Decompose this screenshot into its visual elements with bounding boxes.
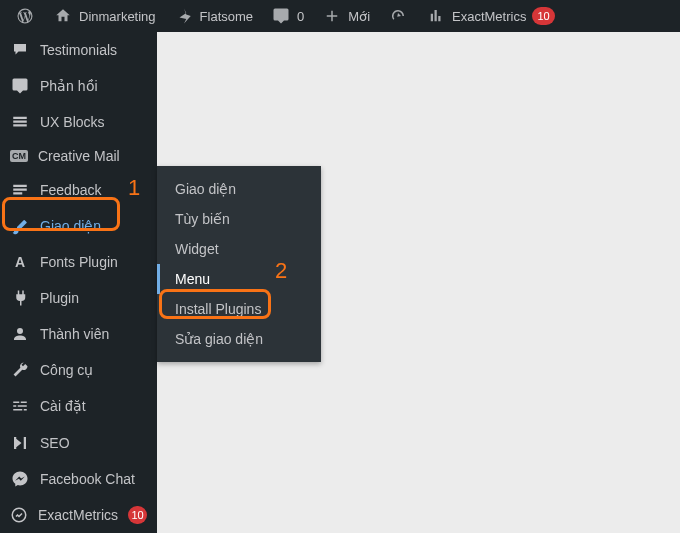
analytics-link[interactable]: ExactMetrics 10 [417, 0, 564, 32]
sidebar-item-label: Testimonials [40, 42, 117, 58]
theme-link[interactable]: Flatsome [165, 0, 262, 32]
sidebar-item-appearance[interactable]: Giao diện [0, 208, 157, 244]
comments-count: 0 [297, 9, 304, 24]
brush-icon [10, 216, 30, 236]
sidebar-item-label: Thành viên [40, 326, 109, 342]
flatsome-icon [174, 6, 194, 26]
plug-icon [10, 288, 30, 308]
sidebar-item-settings[interactable]: Cài đặt [0, 388, 157, 424]
sidebar-item-label: Giao diện [40, 218, 101, 234]
comment-icon [271, 6, 291, 26]
analytics-badge: 10 [532, 7, 554, 25]
admin-sidebar: Testimonials Phản hồi UX Blocks CM Creat… [0, 32, 157, 533]
sidebar-item-label: Facebook Chat [40, 471, 135, 487]
appearance-submenu: Giao diện Tùy biến Widget Menu Install P… [157, 166, 321, 362]
user-icon [10, 324, 30, 344]
sidebar-item-label: Công cụ [40, 362, 93, 378]
sidebar-item-ux-blocks[interactable]: UX Blocks [0, 104, 157, 140]
sidebar-item-label: Creative Mail [38, 148, 120, 164]
bar-chart-icon [426, 6, 446, 26]
seo-icon [10, 433, 30, 453]
sidebar-item-plugin[interactable]: Plugin [0, 280, 157, 316]
submenu-customize[interactable]: Tùy biến [157, 204, 321, 234]
sidebar-item-label: Phản hồi [40, 78, 98, 94]
gauge-icon [388, 6, 408, 26]
analytics-label: ExactMetrics [452, 9, 526, 24]
wordpress-icon [15, 6, 35, 26]
sidebar-item-label: Cài đặt [40, 398, 86, 414]
wrench-icon [10, 360, 30, 380]
submenu-themes[interactable]: Giao diện [157, 174, 321, 204]
sidebar-item-fonts-plugin[interactable]: A Fonts Plugin [0, 244, 157, 280]
site-name-link[interactable]: Dinmarketing [44, 0, 165, 32]
sidebar-item-label: Feedback [40, 182, 101, 198]
letter-a-icon: A [10, 252, 30, 272]
sidebar-item-creative-mail[interactable]: CM Creative Mail [0, 140, 157, 172]
blocks-icon [10, 112, 30, 132]
sliders-icon [10, 396, 30, 416]
wp-logo[interactable] [6, 0, 44, 32]
comments-link[interactable]: 0 [262, 0, 313, 32]
sidebar-item-label: UX Blocks [40, 114, 105, 130]
em-badge: 10 [128, 506, 147, 524]
new-label: Mới [348, 9, 370, 24]
sidebar-item-testimonials[interactable]: Testimonials [0, 32, 157, 68]
sidebar-item-users[interactable]: Thành viên [0, 316, 157, 352]
sidebar-item-exactmetrics[interactable]: ExactMetrics 10 [0, 497, 157, 533]
sidebar-item-feedback[interactable]: Feedback [0, 172, 157, 208]
sidebar-item-label: SEO [40, 435, 70, 451]
submenu-menu[interactable]: Menu [157, 264, 321, 294]
cm-badge-icon: CM [10, 150, 28, 162]
sidebar-item-label: Plugin [40, 290, 79, 306]
plus-icon [322, 6, 342, 26]
sidebar-item-feedback-vi[interactable]: Phản hồi [0, 68, 157, 104]
new-link[interactable]: Mới [313, 0, 379, 32]
stats-icon-button[interactable] [379, 0, 417, 32]
svg-point-0 [12, 508, 26, 522]
sidebar-item-tools[interactable]: Công cụ [0, 352, 157, 388]
home-icon [53, 6, 73, 26]
sidebar-item-seo[interactable]: SEO [0, 425, 157, 461]
messenger-icon [10, 469, 30, 489]
submenu-install-plugins[interactable]: Install Plugins [157, 294, 321, 324]
site-name: Dinmarketing [79, 9, 156, 24]
sidebar-item-label: Fonts Plugin [40, 254, 118, 270]
form-icon [10, 180, 30, 200]
sidebar-item-facebook-chat[interactable]: Facebook Chat [0, 461, 157, 497]
analytics-round-icon [10, 505, 28, 525]
admin-topbar: Dinmarketing Flatsome 0 Mới ExactMetrics… [0, 0, 680, 32]
sidebar-item-label: ExactMetrics [38, 507, 118, 523]
submenu-editor[interactable]: Sửa giao diện [157, 324, 321, 354]
testimonials-icon [10, 40, 30, 60]
theme-label: Flatsome [200, 9, 253, 24]
speech-bubble-icon [10, 76, 30, 96]
submenu-widget[interactable]: Widget [157, 234, 321, 264]
